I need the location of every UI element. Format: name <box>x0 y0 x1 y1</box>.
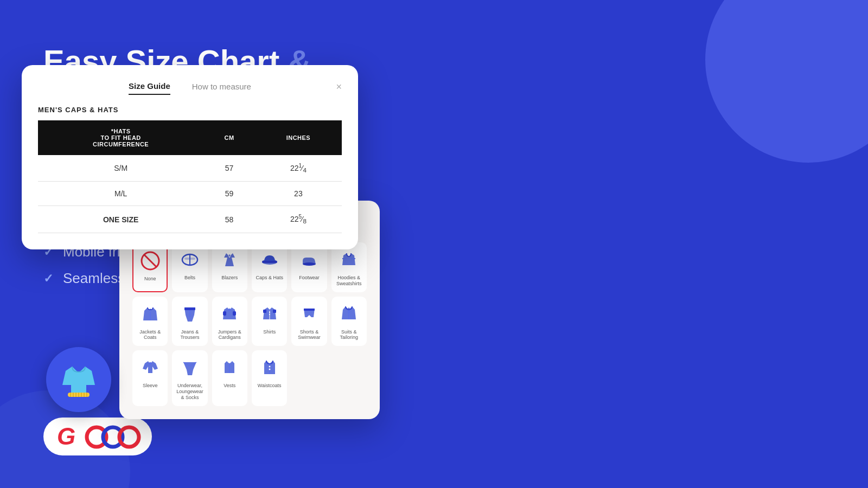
category-label-shirts: Shirts <box>263 329 276 335</box>
table-header-cm: CM <box>203 120 255 155</box>
jackets-icon <box>138 302 162 326</box>
category-label-blazers: Blazers <box>221 275 238 281</box>
svg-rect-15 <box>184 307 195 310</box>
inches-22-five-eighths: 225⁄8 <box>255 206 342 233</box>
bg-decoration-circle-top <box>705 0 868 163</box>
tshirt-svg <box>57 358 100 401</box>
svg-point-27 <box>348 311 350 313</box>
svg-point-23 <box>269 312 270 313</box>
svg-point-31 <box>269 366 270 368</box>
category-waistcoats[interactable]: Waistcoats <box>252 350 287 406</box>
category-vests[interactable]: Vests <box>212 350 247 406</box>
category-shirts[interactable]: Shirts <box>252 297 287 346</box>
category-jeans[interactable]: Jeans & Trousers <box>172 297 207 346</box>
svg-rect-20 <box>263 310 266 313</box>
modal-header: Size Guide How to measure × <box>38 81 342 95</box>
check-icon-6: ✓ <box>43 272 53 286</box>
modal-close-button[interactable]: × <box>336 81 342 93</box>
category-caps-hats[interactable]: Caps & Hats <box>252 242 287 292</box>
cm-59: 59 <box>203 182 255 206</box>
jeans-icon <box>178 302 202 326</box>
category-label-jeans: Jeans & Trousers <box>174 329 205 341</box>
vests-icon <box>218 356 241 380</box>
shirts-icon <box>258 302 282 326</box>
category-jumpers[interactable]: Jumpers & Cardigans <box>212 297 247 346</box>
svg-point-28 <box>149 362 152 364</box>
svg-rect-21 <box>273 310 276 313</box>
table-row: S/M 57 221⁄4 <box>38 155 342 182</box>
modal-tabs: Size Guide How to measure <box>129 81 251 95</box>
inches-22-quarter: 221⁄4 <box>255 155 342 182</box>
svg-rect-25 <box>304 309 315 311</box>
cm-58: 58 <box>203 206 255 233</box>
svg-point-32 <box>269 369 270 370</box>
svg-text:G: G <box>57 423 75 450</box>
category-label-suits: Suits & Tailoring <box>334 329 365 341</box>
size-sm: S/M <box>38 155 203 182</box>
tab-how-to-measure[interactable]: How to measure <box>192 82 251 94</box>
suits-icon <box>337 302 361 326</box>
category-label-waistcoats: Waistcoats <box>258 383 282 389</box>
category-blazers[interactable]: Blazers <box>212 242 247 292</box>
cm-57: 57 <box>203 155 255 182</box>
svg-line-5 <box>144 254 157 267</box>
svg-point-17 <box>228 309 231 311</box>
category-shorts[interactable]: Shorts & Swimwear <box>291 297 327 346</box>
category-label-hoodies: Hoodies & Sweatshirts <box>334 275 365 287</box>
category-label-underwear: Underwear, Loungewear & Socks <box>174 383 205 400</box>
category-label-shorts: Shorts & Swimwear <box>293 329 324 341</box>
caps-hats-icon <box>258 248 282 272</box>
category-label-belts: Belts <box>184 275 195 281</box>
category-underwear[interactable]: Underwear, Loungewear & Socks <box>172 350 207 406</box>
category-label-footwear: Footwear <box>299 275 320 281</box>
footwear-icon <box>297 248 321 272</box>
category-footwear[interactable]: Footwear <box>291 242 327 292</box>
modal-section-title: MEN'S CAPS & HATS <box>38 106 342 114</box>
logo-area: G <box>43 418 152 455</box>
table-header-inches: INCHES <box>255 120 342 155</box>
shorts-icon <box>297 302 321 326</box>
category-label-sleeves: Sleeve <box>143 383 158 389</box>
size-guide-modal: Size Guide How to measure × MEN'S CAPS &… <box>22 65 358 249</box>
size-ml: M/L <box>38 182 203 206</box>
category-label-caps-hats: Caps & Hats <box>256 275 283 281</box>
none-icon <box>138 249 162 273</box>
category-suits[interactable]: Suits & Tailoring <box>331 297 367 346</box>
tab-size-guide[interactable]: Size Guide <box>129 81 170 95</box>
category-hoodies[interactable]: Hoodies & Sweatshirts <box>331 242 367 292</box>
category-label-none: None <box>144 276 156 282</box>
table-row: M/L 59 23 <box>38 182 342 206</box>
svg-point-24 <box>269 314 270 315</box>
jumpers-icon <box>218 302 241 326</box>
svg-point-11 <box>303 262 316 266</box>
category-label-vests: Vests <box>224 383 235 389</box>
logo-svg: G <box>54 423 141 450</box>
floating-tshirt-icon <box>46 347 111 412</box>
category-grid: None Belts Blazers <box>132 242 367 406</box>
waistcoats-icon <box>258 356 282 380</box>
category-sleeves[interactable]: Sleeve <box>132 350 168 406</box>
size-one-size: ONE SIZE <box>38 206 203 233</box>
table-row: ONE SIZE 58 225⁄8 <box>38 206 342 233</box>
svg-rect-10 <box>262 261 277 263</box>
svg-rect-19 <box>233 311 236 316</box>
sleeves-icon <box>138 356 162 380</box>
blazers-icon <box>218 248 241 272</box>
belts-icon <box>178 248 202 272</box>
svg-rect-18 <box>223 311 226 316</box>
logo: G <box>43 418 152 455</box>
inches-23: 23 <box>255 182 342 206</box>
underwear-icon <box>178 356 202 380</box>
size-table: *HATSTO FIT HEADCIRCUMFERENCE CM INCHES … <box>38 120 342 233</box>
category-label-jackets: Jackets & Coats <box>135 329 165 341</box>
category-none[interactable]: None <box>132 242 168 292</box>
category-belts[interactable]: Belts <box>172 242 207 292</box>
hoodies-icon <box>337 248 361 272</box>
table-header-size: *HATSTO FIT HEADCIRCUMFERENCE <box>38 120 203 155</box>
category-label-jumpers: Jumpers & Cardigans <box>214 329 245 341</box>
category-jackets[interactable]: Jackets & Coats <box>132 297 168 346</box>
